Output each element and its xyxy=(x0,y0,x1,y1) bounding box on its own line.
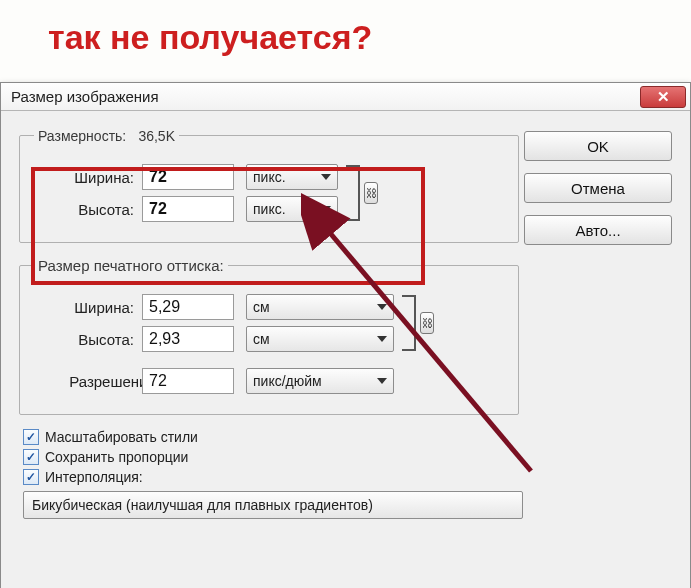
print-width-unit-value: см xyxy=(253,299,270,315)
constrain-proportions-checkbox-row[interactable]: ✓ Сохранить пропорции xyxy=(23,449,672,465)
print-height-input[interactable] xyxy=(142,326,234,352)
link-bracket-icon: ⛓ xyxy=(346,165,360,221)
checkbox-checked-icon: ✓ xyxy=(23,469,39,485)
px-width-unit-select[interactable]: пикс. xyxy=(246,164,338,190)
link-bracket-icon: ⛓ xyxy=(402,295,416,351)
resample-method-select[interactable]: Бикубическая (наилучшая для плавных град… xyxy=(23,491,523,519)
px-height-unit-select[interactable]: пикс. xyxy=(246,196,338,222)
chain-link-icon[interactable]: ⛓ xyxy=(364,182,378,204)
dialog-body: OK Отмена Авто... Размерность: 36,5K Шир… xyxy=(1,111,690,588)
resample-label: Интерполяция: xyxy=(45,469,143,485)
checkbox-checked-icon: ✓ xyxy=(23,449,39,465)
caret-down-icon xyxy=(377,336,387,342)
px-height-input[interactable] xyxy=(142,196,234,222)
pixel-legend-label: Размерность: xyxy=(38,128,126,144)
print-width-input[interactable] xyxy=(142,294,234,320)
annotation-text: так не получается? xyxy=(48,18,372,57)
print-width-label: Ширина: xyxy=(34,299,134,316)
resolution-unit-value: пикс/дюйм xyxy=(253,373,322,389)
checkbox-checked-icon: ✓ xyxy=(23,429,39,445)
ok-button[interactable]: OK xyxy=(524,131,672,161)
pixel-dimensions-legend: Размерность: 36,5K xyxy=(34,127,179,144)
cancel-button[interactable]: Отмена xyxy=(524,173,672,203)
chain-link-icon[interactable]: ⛓ xyxy=(420,312,434,334)
pixel-dimensions-group: Размерность: 36,5K Ширина: пикс. Высота: xyxy=(19,127,519,243)
print-width-unit-select[interactable]: см xyxy=(246,294,394,320)
print-height-unit-value: см xyxy=(253,331,270,347)
px-width-label: Ширина: xyxy=(34,169,134,186)
auto-button[interactable]: Авто... xyxy=(524,215,672,245)
print-dimensions-legend: Размер печатного оттиска: xyxy=(34,257,228,274)
pixel-legend-value: 36,5K xyxy=(138,128,175,144)
scale-styles-checkbox-row[interactable]: ✓ Масштабировать стили xyxy=(23,429,672,445)
side-buttons: OK Отмена Авто... xyxy=(524,131,672,245)
caret-down-icon xyxy=(321,174,331,180)
resolution-input[interactable] xyxy=(142,368,234,394)
close-button[interactable]: ✕ xyxy=(640,86,686,108)
print-dimensions-group: Размер печатного оттиска: Ширина: см Выс… xyxy=(19,257,519,415)
resample-checkbox-row[interactable]: ✓ Интерполяция: xyxy=(23,469,672,485)
window-title: Размер изображения xyxy=(11,88,159,105)
scale-styles-label: Масштабировать стили xyxy=(45,429,198,445)
px-height-unit-value: пикс. xyxy=(253,201,286,217)
caret-down-icon xyxy=(377,304,387,310)
print-height-label: Высота: xyxy=(34,331,134,348)
titlebar: Размер изображения ✕ xyxy=(1,83,690,111)
dialog-window: Размер изображения ✕ OK Отмена Авто... Р… xyxy=(0,82,691,588)
px-width-unit-value: пикс. xyxy=(253,169,286,185)
resolution-unit-select[interactable]: пикс/дюйм xyxy=(246,368,394,394)
resample-method-value: Бикубическая (наилучшая для плавных град… xyxy=(32,497,373,513)
print-height-unit-select[interactable]: см xyxy=(246,326,394,352)
caret-down-icon xyxy=(377,378,387,384)
caret-down-icon xyxy=(321,206,331,212)
px-height-label: Высота: xyxy=(34,201,134,218)
px-width-input[interactable] xyxy=(142,164,234,190)
constrain-label: Сохранить пропорции xyxy=(45,449,188,465)
